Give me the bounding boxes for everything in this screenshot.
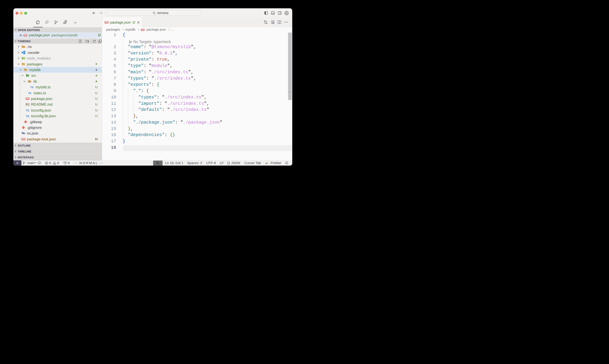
- svg-text:npm: npm: [22, 138, 25, 140]
- svg-text:npm: npm: [26, 98, 29, 100]
- svg-text:TS: TS: [30, 86, 33, 89]
- svg-text:npm: npm: [24, 34, 27, 36]
- svg-text:JS: JS: [23, 58, 25, 59]
- svg-text:</>: </>: [26, 75, 29, 77]
- svg-text:npm: npm: [105, 21, 108, 23]
- svg-text:npm: npm: [141, 29, 144, 31]
- svg-text:Nx: Nx: [22, 131, 25, 135]
- svg-text:TS: TS: [28, 92, 31, 94]
